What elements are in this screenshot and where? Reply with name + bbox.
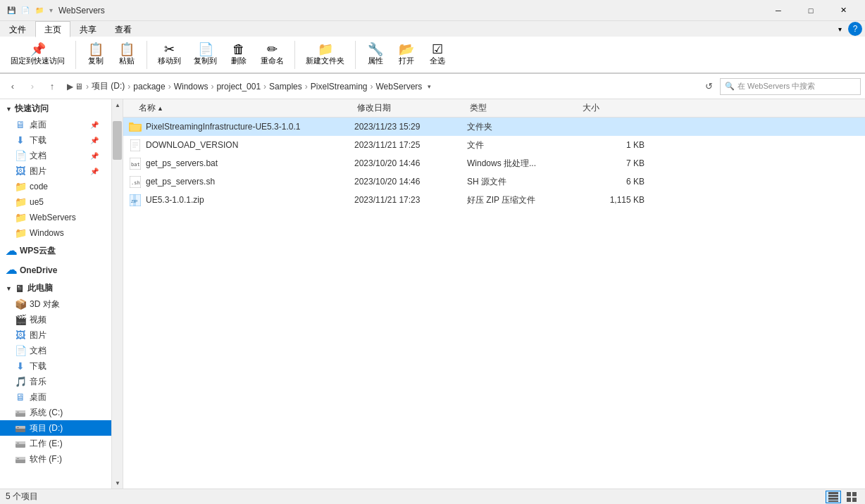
- sidebar-item-video[interactable]: 🎬 视频: [0, 312, 111, 327]
- sidebar-item-code[interactable]: 📁 code: [0, 179, 111, 194]
- sidebar-item-d[interactable]: 项目 (D:): [0, 420, 111, 436]
- sidebar-item-dl[interactable]: ⬇ 下载: [0, 358, 111, 374]
- file-date: 2023/10/20 14:46: [354, 177, 467, 187]
- sidebar-item-docs[interactable]: 📄 文档 📌: [0, 148, 111, 163]
- close-button[interactable]: ✕: [827, 0, 859, 21]
- sidebar-header-thispc[interactable]: ▼ 🖥 此电脑: [0, 280, 111, 296]
- col-header-date[interactable]: 修改日期: [354, 102, 467, 114]
- svg-rect-25: [828, 498, 838, 500]
- sidebar-item-desktop[interactable]: 🖥 桌面 📌: [0, 117, 111, 132]
- titlebar-dropdown[interactable]: ▾: [49, 6, 53, 14]
- col-type-label: 类型: [470, 102, 487, 114]
- tab-home[interactable]: 主页: [35, 21, 70, 37]
- sidebar-item-music[interactable]: 🎵 音乐: [0, 374, 111, 389]
- sidebar-item-ue5[interactable]: 📁 ue5: [0, 194, 111, 210]
- titlebar-system-icons: 💾 📄 📁 ▾: [6, 5, 53, 16]
- breadcrumb-d[interactable]: 项目 (D:): [92, 80, 125, 92]
- breadcrumb-package[interactable]: package: [133, 82, 165, 92]
- view-detail-button[interactable]: [826, 491, 841, 503]
- file-date: 2023/11/21 17:25: [354, 140, 467, 150]
- sb-thumb[interactable]: [113, 121, 122, 160]
- breadcrumb-item-thispc[interactable]: ▶: [67, 82, 73, 92]
- forward-button[interactable]: ›: [24, 78, 41, 95]
- sidebar-section-onedrive: ☁ OneDrive: [0, 261, 111, 279]
- sidebar-item-images[interactable]: 🖼 图片 📌: [0, 163, 111, 179]
- sidebar-item-3d[interactable]: 📦 3D 对象: [0, 296, 111, 312]
- copy-button[interactable]: 📋 复制: [82, 40, 110, 69]
- help-icon[interactable]: ?: [848, 22, 862, 36]
- ribbon-expand-icon[interactable]: ▾: [834, 23, 845, 34]
- copyto-button[interactable]: 📄 复制到: [189, 40, 222, 69]
- col-size-label: 大小: [583, 102, 599, 114]
- minimize-button[interactable]: ─: [762, 0, 795, 21]
- open-button[interactable]: 📂 打开: [392, 40, 421, 69]
- move-button[interactable]: ✂ 移动到: [153, 40, 186, 69]
- table-row[interactable]: PixelStreamingInfrastructure-UE5.3-1.0.1…: [123, 118, 865, 136]
- copyto-icon: 📄: [198, 43, 213, 56]
- sidebar-item-label: Windows: [30, 228, 64, 238]
- breadcrumb[interactable]: ▶ 🖥 › 项目 (D:) › package › Windows › proj…: [63, 78, 697, 95]
- rename-button[interactable]: ✏ 重命名: [256, 40, 289, 69]
- breadcrumb-samples[interactable]: Samples: [269, 82, 302, 92]
- properties-button[interactable]: 🔧 属性: [361, 40, 390, 69]
- breadcrumb-sep6: ›: [371, 82, 373, 92]
- sidebar-item-label: 下载: [30, 360, 46, 372]
- back-button[interactable]: ‹: [4, 78, 21, 95]
- copy-label: 复制: [88, 56, 104, 66]
- paste-button[interactable]: 📋 粘贴: [113, 40, 141, 69]
- select-label: 全选: [430, 56, 445, 66]
- breadcrumb-project[interactable]: project_001: [216, 82, 261, 92]
- svg-text:bat: bat: [131, 162, 140, 168]
- up-button[interactable]: ↑: [44, 78, 61, 95]
- pin-button[interactable]: 📌 固定到快速访问: [6, 40, 70, 69]
- search-box[interactable]: 🔍 在 WebServers 中搜索: [720, 78, 861, 95]
- breadcrumb-dropdown[interactable]: ▾: [423, 78, 435, 95]
- col-header-type[interactable]: 类型: [467, 102, 580, 114]
- select-button[interactable]: ☑ 全选: [423, 40, 452, 69]
- sidebar-item-downloads[interactable]: ⬇ 下载 📌: [0, 132, 111, 148]
- table-row[interactable]: bat get_ps_servers.bat 2023/10/20 14:46 …: [123, 154, 865, 172]
- sidebar-header-quickaccess[interactable]: ▼ 快速访问: [0, 101, 111, 117]
- sidebar-item-desk[interactable]: 🖥 桌面: [0, 389, 111, 405]
- delete-button[interactable]: 🗑 删除: [225, 40, 253, 69]
- table-row[interactable]: ZIP UE5.3-1.0.1.zip 2023/11/21 17:23 好压 …: [123, 191, 865, 209]
- breadcrumb-webservers[interactable]: WebServers: [376, 82, 423, 92]
- view-large-button[interactable]: [844, 491, 859, 503]
- sidebar-item-label: 项目 (D:): [30, 422, 63, 434]
- sidebar-item-label: 图片: [30, 165, 46, 177]
- sidebar-item-f[interactable]: 软件 (F:): [0, 451, 111, 467]
- table-row[interactable]: DOWNLOAD_VERSION 2023/11/21 17:25 文件 1 K…: [123, 136, 865, 154]
- sidebar-item-windows[interactable]: 📁 Windows: [0, 225, 111, 241]
- rename-icon: ✏: [267, 43, 278, 56]
- breadcrumb-windows[interactable]: Windows: [174, 82, 209, 92]
- sidebar-section-wps: ☁ WPS云盘: [0, 242, 111, 260]
- statusbar-view-controls: [826, 491, 859, 503]
- folder-icon: 📁: [14, 196, 27, 208]
- tab-file[interactable]: 文件: [0, 21, 35, 37]
- tab-share[interactable]: 共享: [70, 21, 106, 37]
- sidebar-item-c[interactable]: 系统 (C:): [0, 405, 111, 420]
- statusbar: 5 个项目: [0, 489, 865, 504]
- svg-rect-30: [852, 498, 857, 502]
- sb-down-arrow[interactable]: ▼: [112, 477, 123, 489]
- sidebar-item-webservers[interactable]: 📁 WebServers: [0, 210, 111, 225]
- select-icon: ☑: [432, 43, 443, 56]
- col-header-size[interactable]: 大小: [580, 102, 650, 114]
- sidebar-item-documents[interactable]: 📄 文档: [0, 343, 111, 358]
- pin-icon: 📌: [30, 43, 46, 56]
- sidebar-item-pictures[interactable]: 🖼 图片: [0, 327, 111, 343]
- col-header-name[interactable]: 名称 ▲: [136, 102, 354, 114]
- sidebar-header-onedrive[interactable]: ☁ OneDrive: [0, 261, 111, 279]
- sidebar-section-quickaccess: ▼ 快速访问 🖥 桌面 📌 ⬇ 下载 📌 📄 文档 📌: [0, 101, 111, 241]
- pin-icon: 📌: [90, 137, 99, 144]
- breadcrumb-pixelstreaming[interactable]: PixelStreaming: [311, 82, 368, 92]
- tab-view[interactable]: 查看: [106, 21, 141, 37]
- table-row[interactable]: .sh get_ps_servers.sh 2023/10/20 14:46 S…: [123, 172, 865, 191]
- sidebar-item-e[interactable]: 工作 (E:): [0, 436, 111, 451]
- sb-up-arrow[interactable]: ▲: [112, 99, 123, 111]
- sidebar-header-wps[interactable]: ☁ WPS云盘: [0, 242, 111, 260]
- refresh-button[interactable]: ↺: [700, 78, 717, 95]
- maximize-button[interactable]: □: [795, 0, 827, 21]
- sidebar-item-label: 下载: [30, 134, 46, 146]
- newfolder-button[interactable]: 📁 新建文件夹: [301, 40, 349, 69]
